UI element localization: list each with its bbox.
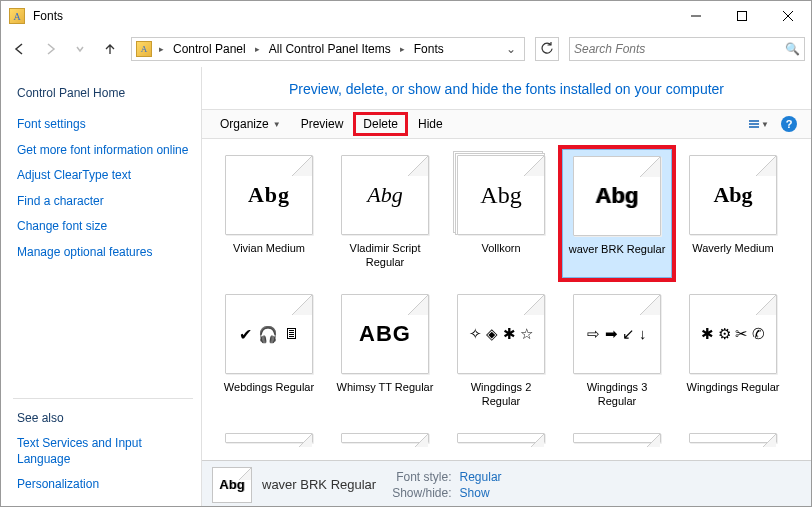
address-dropdown[interactable]: ⌄	[502, 42, 520, 56]
refresh-button[interactable]	[535, 37, 559, 61]
breadcrumb-item[interactable]: Fonts	[408, 42, 450, 56]
font-item[interactable]	[562, 427, 672, 447]
svg-rect-1	[738, 12, 747, 21]
font-item[interactable]	[214, 427, 324, 447]
search-icon[interactable]: 🔍	[785, 42, 800, 56]
sidebar-link-optional-features[interactable]: Manage optional features	[13, 240, 193, 266]
font-item[interactable]	[446, 427, 556, 447]
sidebar: Control Panel Home Font settings Get mor…	[1, 67, 201, 507]
font-preview-icon: ABG	[341, 294, 429, 374]
font-preview-icon	[689, 433, 777, 443]
font-preview-icon: Abg	[457, 155, 545, 235]
font-label: Vollkorn	[477, 239, 524, 269]
recent-dropdown[interactable]	[67, 36, 93, 62]
font-item[interactable]: Abg Vivian Medium	[214, 149, 324, 278]
sidebar-link-more-info[interactable]: Get more font information online	[13, 138, 193, 164]
sidebar-link-text-services[interactable]: Text Services and Input Language	[13, 431, 193, 472]
content-area: Preview, delete, or show and hide the fo…	[201, 67, 811, 507]
font-item[interactable]: Abg Vladimir Script Regular	[330, 149, 440, 278]
font-label: Wingdings Regular	[683, 378, 784, 408]
details-value: Show	[460, 486, 502, 500]
titlebar: A Fonts	[1, 1, 811, 31]
font-item[interactable]	[330, 427, 440, 447]
minimize-button[interactable]	[673, 1, 719, 31]
details-pane: Abg waver BRK Regular Font style: Regula…	[202, 460, 811, 507]
navigation-row: A ▸ Control Panel ▸ All Control Panel It…	[1, 31, 811, 67]
breadcrumb-item[interactable]: All Control Panel Items	[263, 42, 397, 56]
folder-icon: A	[136, 41, 152, 57]
font-item[interactable]: ⇨ ➡ ↙ ↓ Wingdings 3 Regular	[562, 288, 672, 417]
font-label: Waverly Medium	[688, 239, 778, 269]
search-input[interactable]	[574, 42, 785, 56]
sidebar-header: Control Panel Home	[13, 81, 193, 106]
sidebar-link-personalization[interactable]: Personalization	[13, 472, 193, 498]
chevron-right-icon: ▸	[252, 44, 263, 54]
details-value: Regular	[460, 470, 502, 484]
font-label: Vivian Medium	[229, 239, 309, 269]
details-label: Show/hide:	[392, 486, 451, 500]
maximize-button[interactable]	[719, 1, 765, 31]
breadcrumb-item[interactable]: Control Panel	[167, 42, 252, 56]
font-item[interactable]: ✔ 🎧 🗏 Webdings Regular	[214, 288, 324, 417]
font-item[interactable]: ABG Whimsy TT Regular	[330, 288, 440, 417]
font-preview-icon: Abg	[225, 155, 313, 235]
window-title: Fonts	[33, 9, 673, 23]
help-button[interactable]: ?	[775, 112, 803, 136]
font-item[interactable]: Abg Waverly Medium	[678, 149, 788, 278]
search-box[interactable]: 🔍	[569, 37, 805, 61]
details-font-name: waver BRK Regular	[262, 477, 376, 492]
font-label: Wingdings 3 Regular	[562, 378, 672, 415]
sidebar-link-font-settings[interactable]: Font settings	[13, 112, 193, 138]
window-controls	[673, 1, 811, 31]
font-label: Webdings Regular	[220, 378, 318, 408]
view-options-button[interactable]: ▼	[743, 116, 775, 133]
toolbar: Organize▼ Preview Delete Hide ▼ ?	[202, 109, 811, 139]
font-preview-icon: Abg	[689, 155, 777, 235]
font-item[interactable]: Abg waver BRK Regular	[562, 149, 672, 278]
hide-button[interactable]: Hide	[408, 112, 453, 136]
font-item[interactable]: Abg Vollkorn	[446, 149, 556, 278]
font-grid: Abg Vivian Medium Abg Vladimir Script Re…	[202, 139, 811, 460]
font-preview-icon: Abg	[341, 155, 429, 235]
details-icon: Abg	[212, 467, 252, 503]
font-preview-icon: ✧ ◈ ✱ ☆	[457, 294, 545, 374]
forward-button[interactable]	[37, 36, 63, 62]
font-preview-icon	[341, 433, 429, 443]
back-button[interactable]	[7, 36, 33, 62]
font-preview-icon	[225, 433, 313, 443]
font-item[interactable]: ✧ ◈ ✱ ☆ Wingdings 2 Regular	[446, 288, 556, 417]
delete-button[interactable]: Delete	[353, 112, 408, 136]
font-preview-icon: ✔ 🎧 🗏	[225, 294, 313, 374]
font-item[interactable]: ✱ ⚙ ✂ ✆ Wingdings Regular	[678, 288, 788, 417]
sidebar-link-find-char[interactable]: Find a character	[13, 189, 193, 215]
preview-button[interactable]: Preview	[291, 112, 354, 136]
details-label: Font style:	[392, 470, 451, 484]
font-label: Vladimir Script Regular	[330, 239, 440, 276]
font-preview-icon	[573, 433, 661, 443]
font-preview-icon: ⇨ ➡ ↙ ↓	[573, 294, 661, 374]
chevron-right-icon: ▸	[156, 44, 167, 54]
sidebar-seealso-header: See also	[13, 398, 193, 431]
sidebar-link-cleartype[interactable]: Adjust ClearType text	[13, 163, 193, 189]
close-button[interactable]	[765, 1, 811, 31]
chevron-right-icon: ▸	[397, 44, 408, 54]
sidebar-link-font-size[interactable]: Change font size	[13, 214, 193, 240]
font-label: waver BRK Regular	[565, 240, 670, 270]
font-preview-icon: ✱ ⚙ ✂ ✆	[689, 294, 777, 374]
address-bar[interactable]: A ▸ Control Panel ▸ All Control Panel It…	[131, 37, 525, 61]
font-preview-icon: Abg	[573, 156, 661, 236]
font-preview-icon	[457, 433, 545, 443]
font-label: Whimsy TT Regular	[333, 378, 438, 408]
window-icon: A	[9, 8, 25, 24]
up-button[interactable]	[97, 36, 123, 62]
organize-button[interactable]: Organize▼	[210, 112, 291, 136]
font-item[interactable]	[678, 427, 788, 447]
page-header: Preview, delete, or show and hide the fo…	[202, 67, 811, 109]
font-label: Wingdings 2 Regular	[446, 378, 556, 415]
